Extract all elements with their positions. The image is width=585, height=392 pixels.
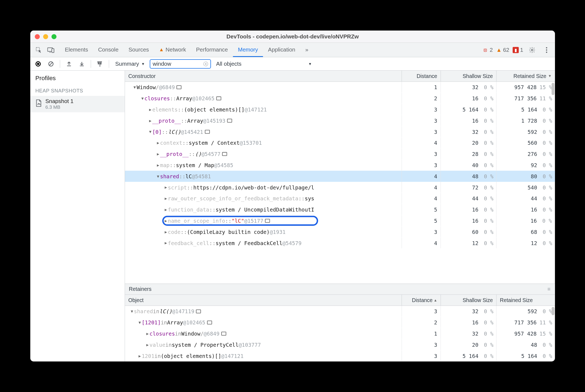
scrollbar-thumb[interactable] xyxy=(551,83,554,95)
col-distance[interactable]: Distance▲ xyxy=(402,295,441,306)
object-preview-icon[interactable] xyxy=(176,85,181,89)
record-icon[interactable] xyxy=(33,59,43,69)
retained-size-cell: 717 35611 % xyxy=(496,317,555,328)
inspect-element-icon[interactable] xyxy=(33,44,44,56)
expand-icon[interactable] xyxy=(164,218,168,223)
upload-icon[interactable] xyxy=(64,59,74,69)
collapse-icon[interactable] xyxy=(148,129,152,134)
retainers-bar[interactable]: Retainers ≡ xyxy=(125,284,555,295)
table-row[interactable]: closures :: Array @1024652160 %717 35611… xyxy=(125,93,555,104)
table-row[interactable]: [1201] in Array @1024652160 %717 35611 % xyxy=(125,317,555,328)
expand-icon[interactable] xyxy=(164,207,168,212)
table-row[interactable]: value in system / PropertyCell @10377732… xyxy=(125,339,555,350)
expand-icon[interactable] xyxy=(145,342,149,347)
zoom-window-button[interactable] xyxy=(51,34,56,39)
expand-icon[interactable] xyxy=(138,354,141,358)
errors-counter[interactable]: ⦻ 2 xyxy=(483,47,493,53)
object-preview-icon[interactable] xyxy=(196,309,201,313)
shallow-size-cell: 5 1640 % xyxy=(441,350,496,361)
table-row[interactable]: raw_outer_scope_info_or_feedback_metadat… xyxy=(125,193,555,204)
col-constructor[interactable]: Constructor xyxy=(125,71,402,82)
tab-performance[interactable]: Performance xyxy=(191,43,233,57)
expand-icon[interactable] xyxy=(148,107,152,111)
shallow-size-cell: 600 % xyxy=(441,226,496,237)
tab-memory[interactable]: Memory xyxy=(233,43,263,57)
table-row[interactable]: shared :: lC @545814480 %800 % xyxy=(125,171,555,182)
object-preview-icon[interactable] xyxy=(205,130,210,134)
collect-garbage-icon[interactable] xyxy=(95,59,105,69)
constructors-body[interactable]: Window / @68491320 %957 42815 % closures… xyxy=(125,82,555,284)
col-object[interactable]: Object xyxy=(125,295,402,306)
minimize-window-button[interactable] xyxy=(43,34,48,39)
table-row[interactable]: elements :: (object elements)[] @1471213… xyxy=(125,104,555,115)
object-preview-icon[interactable] xyxy=(265,219,270,222)
clear-filter-icon[interactable]: ⓧ xyxy=(203,61,208,67)
device-toolbar-icon[interactable] xyxy=(45,44,56,56)
table-row[interactable]: Window / @68491320 %957 42815 % xyxy=(125,82,555,93)
table-row[interactable]: __proto__ :: () @545773280 %2760 % xyxy=(125,149,555,160)
tabs-overflow-button[interactable]: » xyxy=(300,43,313,57)
tab-application[interactable]: Application xyxy=(263,43,300,57)
col-retained-size[interactable]: Retained Size▼ xyxy=(496,71,555,82)
table-row[interactable]: [0] :: lC() @1454213320 %5920 % xyxy=(125,126,555,137)
table-row[interactable]: feedback_cell :: system / FeedbackCell @… xyxy=(125,237,555,249)
table-row[interactable]: shared in lC() @1471193320 %5920 % xyxy=(125,306,555,317)
object-preview-icon[interactable] xyxy=(216,96,221,100)
collapse-icon[interactable] xyxy=(130,309,134,313)
expand-icon[interactable] xyxy=(164,241,168,245)
download-icon[interactable] xyxy=(77,59,87,69)
col-distance[interactable]: Distance xyxy=(402,71,441,82)
scrollbar-thumb[interactable] xyxy=(551,307,554,315)
expand-icon[interactable] xyxy=(156,141,160,145)
collapse-icon[interactable] xyxy=(141,96,144,100)
shallow-size-cell: 200 % xyxy=(441,137,496,148)
warnings-counter[interactable]: ▲ 62 xyxy=(496,47,509,53)
tab-elements[interactable]: Elements xyxy=(60,43,93,57)
table-row[interactable]: __proto__ :: Array @1451933160 %1 7280 % xyxy=(125,115,555,126)
shallow-size-cell: 200 % xyxy=(441,339,496,350)
col-shallow-size[interactable]: Shallow Size xyxy=(441,295,496,306)
retained-size-cell: 2760 % xyxy=(496,149,555,159)
object-preview-icon[interactable] xyxy=(222,152,227,156)
table-row[interactable]: map :: system / Map @545853400 %920 % xyxy=(125,159,555,171)
table-row[interactable]: code :: (CompileLazy builtin code) @1931… xyxy=(125,226,555,237)
expand-icon[interactable] xyxy=(164,196,168,201)
kebab-menu-icon[interactable] xyxy=(541,44,552,56)
shallow-size-cell: 280 % xyxy=(441,149,496,159)
col-retained-size[interactable]: Retained Size xyxy=(496,295,555,306)
tab-sources[interactable]: Sources xyxy=(123,43,154,57)
table-row[interactable]: context :: system / Context @1537014200 … xyxy=(125,137,555,149)
class-filter-input[interactable]: window ⓧ xyxy=(150,59,211,69)
view-mode-select[interactable]: Summary ▼ xyxy=(113,61,147,67)
table-row[interactable]: name_or_scope_info :: "lC" @151775160 %1… xyxy=(125,215,555,226)
object-preview-icon[interactable] xyxy=(221,331,226,335)
collapse-icon[interactable] xyxy=(138,320,141,324)
tab-network[interactable]: ▲Network xyxy=(154,43,191,57)
object-preview-icon[interactable] xyxy=(227,119,232,122)
collapse-icon[interactable] xyxy=(156,174,160,178)
tab-console[interactable]: Console xyxy=(93,43,124,57)
clear-icon[interactable] xyxy=(46,59,56,69)
collapse-icon[interactable] xyxy=(133,85,136,89)
table-row[interactable]: script :: https://cdpn.io/web-dot-dev/fu… xyxy=(125,182,555,193)
expand-icon[interactable] xyxy=(164,230,168,234)
expand-icon[interactable] xyxy=(156,163,160,167)
settings-icon[interactable] xyxy=(526,44,538,56)
expand-icon[interactable] xyxy=(145,331,149,336)
table-row[interactable]: closures in Window / @68491320 %957 4281… xyxy=(125,328,555,339)
issues-counter[interactable]: ▮ 1 xyxy=(512,47,523,53)
table-row[interactable]: function_data :: system / UncompiledData… xyxy=(125,204,555,215)
drag-handle-icon[interactable]: ≡ xyxy=(547,286,551,292)
expand-icon[interactable] xyxy=(156,152,160,156)
object-preview-icon[interactable] xyxy=(207,320,212,324)
snapshot-item[interactable]: Snapshot 1 6.3 MB xyxy=(30,96,125,112)
expand-icon[interactable] xyxy=(148,118,152,123)
retainers-title: Retainers xyxy=(129,286,151,292)
close-window-button[interactable] xyxy=(35,34,40,39)
table-row[interactable]: 1201 in (object elements)[] @14712135 16… xyxy=(125,350,555,361)
expand-icon[interactable] xyxy=(164,185,168,189)
object-filter-select[interactable]: All objects ▼ xyxy=(214,61,314,67)
distance-cell: 1 xyxy=(402,328,441,339)
retainers-body[interactable]: shared in lC() @1471193320 %5920 % [1201… xyxy=(125,306,555,361)
col-shallow-size[interactable]: Shallow Size xyxy=(441,71,496,82)
